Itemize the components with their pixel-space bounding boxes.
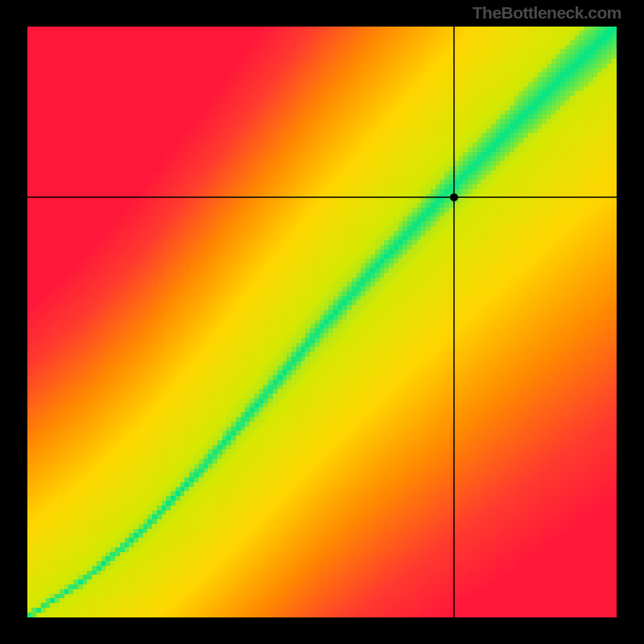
- crosshair-overlay: [0, 0, 644, 644]
- watermark: TheBottleneck.com: [473, 3, 621, 23]
